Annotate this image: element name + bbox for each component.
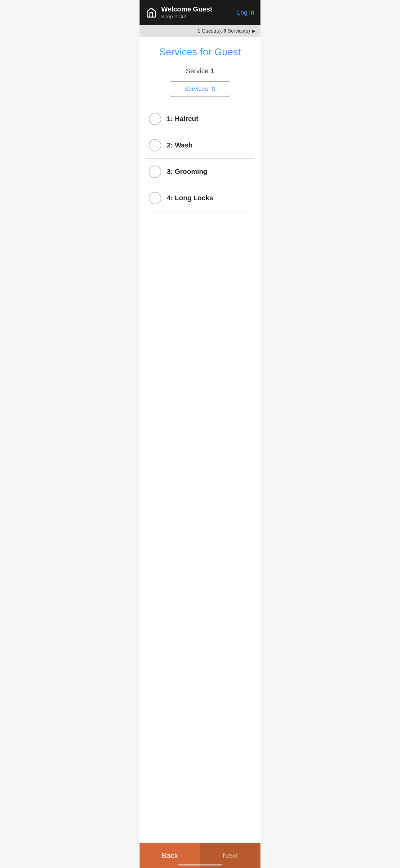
guests-count: 1 <box>198 28 200 34</box>
page-title: Services for Guest <box>146 46 254 58</box>
shop-name: Keep It Cut <box>161 14 212 20</box>
service-word: Service <box>186 67 208 75</box>
login-button[interactable]: Log In <box>237 9 254 16</box>
list-item[interactable]: 3: Grooming <box>146 159 254 185</box>
service-wash-label: 2: Wash <box>167 141 193 149</box>
radio-longlocks[interactable] <box>149 192 161 204</box>
arrow-right-icon[interactable]: ▶ <box>252 28 256 34</box>
service-list: 1: Haircut 2: Wash 3: Grooming 4: Long L… <box>146 106 254 211</box>
header: Welcome Guest Keep It Cut Log In <box>139 0 261 25</box>
page-title-guest: Guest <box>214 46 241 57</box>
services-dropdown-button[interactable]: Services ⇅ <box>169 81 231 97</box>
header-text: Welcome Guest Keep It Cut <box>161 5 212 20</box>
list-item[interactable]: 1: Haircut <box>146 106 254 132</box>
service-grooming-label: 3: Grooming <box>167 168 207 176</box>
service-label: Service 1 <box>146 67 254 75</box>
dropdown-arrows-icon: ⇅ <box>211 86 216 93</box>
dropdown-label: Services <box>184 85 208 93</box>
radio-haircut[interactable] <box>149 113 161 125</box>
list-item[interactable]: 2: Wash <box>146 132 254 159</box>
guests-label: Guest(s), <box>202 28 222 34</box>
services-dropdown: Services ⇅ <box>146 81 254 97</box>
main-content: Services for Guest Service 1 Services ⇅ … <box>139 37 261 843</box>
service-longlocks-label: 4: Long Locks <box>167 194 213 202</box>
welcome-text: Welcome Guest <box>161 5 212 13</box>
home-icon <box>146 7 157 18</box>
header-left: Welcome Guest Keep It Cut <box>146 5 212 20</box>
service-haircut-label: 1: Haircut <box>167 115 198 123</box>
status-bar: 1 Guest(s), 0 Service(s) ▶ <box>139 25 261 37</box>
services-label: Service(s) <box>228 28 250 34</box>
radio-grooming[interactable] <box>149 165 161 178</box>
list-item[interactable]: 4: Long Locks <box>146 185 254 211</box>
services-count: 0 <box>224 28 226 34</box>
radio-wash[interactable] <box>149 139 161 152</box>
page-title-prefix: Services for <box>159 46 211 57</box>
status-text: 1 Guest(s), 0 Service(s) <box>198 28 250 34</box>
service-number: 1 <box>210 67 214 75</box>
